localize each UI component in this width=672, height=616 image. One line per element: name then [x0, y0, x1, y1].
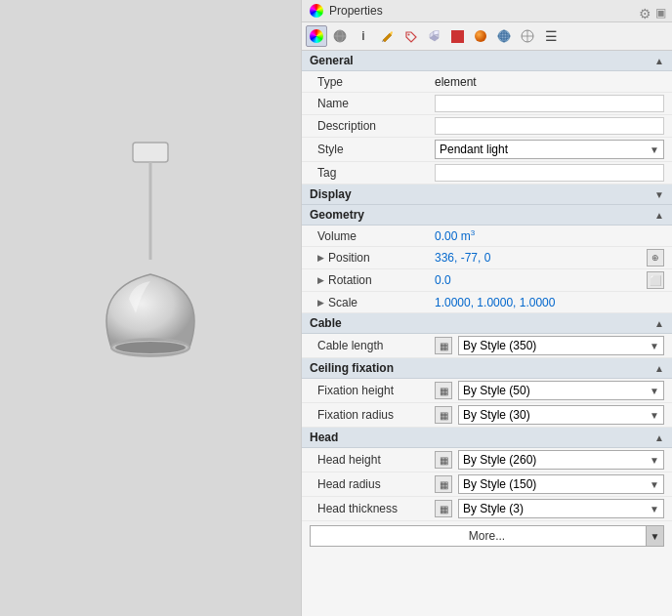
head-radius-value: By Style (150) [463, 477, 536, 491]
position-expand-arrow[interactable]: ▶ [317, 253, 324, 263]
section-ceiling-fixation-arrow: ▲ [654, 363, 664, 374]
prop-fixation-height-dropdown: ▦ By Style (50) ▼ [435, 381, 664, 400]
svg-rect-0 [133, 143, 168, 162]
prop-head-height-dropdown: ▦ By Style (260) ▼ [435, 450, 664, 470]
section-head-label: Head [310, 431, 338, 444]
fixation-height-dropdown-box[interactable]: By Style (50) ▼ [458, 381, 664, 400]
rotation-expand-arrow[interactable]: ▶ [317, 275, 324, 285]
section-geometry-arrow: ▲ [654, 210, 664, 221]
section-general-arrow: ▲ [654, 56, 664, 66]
svg-rect-12 [452, 37, 457, 42]
section-general-label: General [310, 54, 354, 67]
more-button[interactable]: More... ▼ [310, 525, 664, 547]
fixation-height-value: By Style (50) [463, 384, 530, 397]
3d-viewport [0, 0, 301, 616]
style-dropdown-value: Pendant light [440, 143, 508, 156]
color-wheel-icon[interactable] [310, 4, 323, 18]
cable-length-value: By Style (350) [463, 339, 536, 352]
cable-length-edit-icon[interactable]: ▦ [435, 337, 452, 354]
panel-titlebar: Properties [302, 0, 672, 22]
more-dropdown-arrow[interactable]: ▼ [646, 526, 663, 546]
prop-scale-label: ▶ Scale [317, 296, 435, 309]
extra-icon[interactable]: ▣ [655, 6, 666, 21]
prop-rotation-label: ▶ Rotation [317, 273, 435, 287]
svg-rect-13 [458, 37, 463, 42]
toolbar-list[interactable]: ☰ [540, 25, 562, 47]
head-height-dropdown-box[interactable]: By Style (260) ▼ [458, 450, 664, 470]
head-thickness-dropdown-box[interactable]: By Style (3) ▼ [458, 499, 664, 518]
fixation-radius-value: By Style (30) [463, 408, 530, 422]
fixation-radius-edit-icon[interactable]: ▦ [435, 406, 452, 424]
position-set-icon[interactable]: ⊕ [647, 249, 664, 267]
scale-expand-arrow[interactable]: ▶ [317, 298, 324, 308]
prop-position-row: ▶ Position 336, -77, 0 ⊕ [302, 247, 672, 269]
panel-content: General ▲ Type element Name Description [302, 51, 672, 616]
prop-style-row: Style Pendant light ▼ [302, 138, 672, 162]
prop-head-height-label: Head height [317, 453, 435, 467]
head-radius-edit-icon[interactable]: ▦ [435, 475, 452, 493]
prop-fixation-height-row: Fixation height ▦ By Style (50) ▼ [302, 379, 672, 403]
section-display-label: Display [310, 187, 352, 201]
toolbar-colorwheel[interactable] [306, 25, 327, 47]
more-row: More... ▼ [302, 521, 672, 551]
toolbar-camera[interactable] [517, 25, 538, 47]
section-head[interactable]: Head ▲ [302, 428, 672, 448]
prop-volume-value: 0.00 m3 [435, 228, 664, 243]
prop-tag-value [435, 164, 664, 182]
fixation-height-arrow: ▼ [650, 386, 659, 396]
section-display-arrow: ▼ [654, 189, 664, 200]
prop-fixation-radius-row: Fixation radius ▦ By Style (30) ▼ [302, 403, 672, 428]
prop-type-label: Type [317, 75, 435, 89]
panel-tab-label[interactable]: Properties [329, 4, 383, 18]
toolbar-tag[interactable] [399, 25, 421, 47]
toolbar-ball[interactable] [470, 25, 491, 47]
prop-description-row: Description [302, 115, 672, 138]
settings-icon[interactable]: ⚙ [639, 6, 651, 21]
svg-rect-10 [452, 31, 457, 36]
prop-cable-length-dropdown: ▦ By Style (350) ▼ [435, 336, 664, 355]
prop-head-thickness-label: Head thickness [317, 502, 435, 515]
section-head-arrow: ▲ [654, 432, 664, 443]
fixation-radius-arrow: ▼ [650, 410, 659, 421]
prop-name-value [435, 95, 664, 112]
toolbar-pencil[interactable] [376, 25, 398, 47]
toolbar-info[interactable]: i [353, 25, 374, 47]
section-display[interactable]: Display ▼ [302, 185, 672, 205]
toolbar-cube[interactable] [423, 25, 444, 47]
prop-head-thickness-dropdown: ▦ By Style (3) ▼ [435, 499, 664, 518]
fixation-height-edit-icon[interactable]: ▦ [435, 382, 452, 399]
head-radius-dropdown-box[interactable]: By Style (150) ▼ [458, 474, 664, 494]
fixation-radius-dropdown-box[interactable]: By Style (30) ▼ [458, 405, 664, 425]
style-dropdown-arrow: ▼ [650, 144, 659, 155]
toolbar-render[interactable] [446, 25, 468, 47]
prop-scale-value: 1.0000, 1.0000, 1.0000 [435, 296, 664, 309]
cable-length-dropdown-box[interactable]: By Style (350) ▼ [458, 336, 664, 355]
properties-panel: ⚙ ▣ Properties i [301, 0, 672, 616]
head-thickness-edit-icon[interactable]: ▦ [435, 500, 452, 517]
toolbar-mesh[interactable] [493, 25, 515, 47]
rotation-icon[interactable]: ⬜ [647, 271, 664, 289]
style-dropdown-box[interactable]: Pendant light ▼ [435, 140, 664, 159]
prop-style-dropdown: Pendant light ▼ [435, 140, 664, 159]
head-height-edit-icon[interactable]: ▦ [435, 451, 452, 469]
section-cable-label: Cable [310, 316, 342, 330]
section-general[interactable]: General ▲ [302, 51, 672, 71]
prop-fixation-height-label: Fixation height [317, 384, 435, 397]
prop-tag-input[interactable] [435, 164, 664, 182]
prop-description-input[interactable] [435, 117, 664, 135]
section-ceiling-fixation[interactable]: Ceiling fixation ▲ [302, 358, 672, 379]
section-geometry[interactable]: Geometry ▲ [302, 205, 672, 226]
svg-rect-11 [458, 31, 463, 36]
prop-rotation-row: ▶ Rotation 0.0 ⬜ [302, 269, 672, 292]
prop-tag-row: Tag [302, 162, 672, 185]
prop-rotation-value: 0.0 [435, 273, 643, 287]
prop-fixation-radius-label: Fixation radius [317, 408, 435, 422]
prop-type-value: element [435, 75, 664, 89]
prop-head-radius-label: Head radius [317, 477, 435, 491]
prop-type-row: Type element [302, 71, 672, 93]
toolbar-sphere[interactable] [329, 25, 351, 47]
prop-name-input[interactable] [435, 95, 664, 112]
section-cable[interactable]: Cable ▲ [302, 313, 672, 334]
prop-description-value [435, 117, 664, 135]
section-ceiling-fixation-label: Ceiling fixation [310, 361, 394, 375]
